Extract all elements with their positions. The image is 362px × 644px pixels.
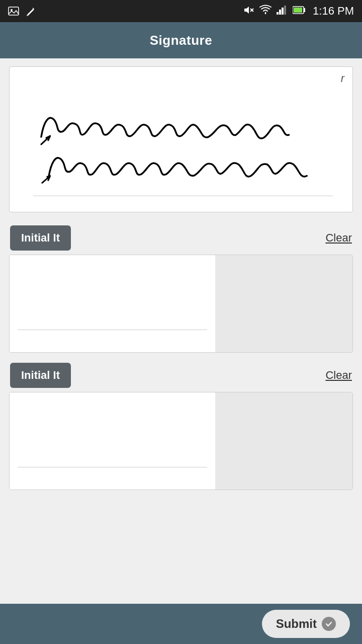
status-bar-left [8,6,36,17]
status-bar: 1:16 PM [0,0,362,22]
status-bar-right: 1:16 PM [243,5,354,18]
app-bar: Signature [0,22,362,58]
main-content: r Initial It Clear Init [0,58,362,604]
svg-rect-7 [284,6,286,15]
initials-pad-2-left[interactable] [10,392,215,490]
initials-pad-1-right [215,255,352,352]
signal-icon [277,5,288,18]
initials-pad-1-left[interactable] [10,255,215,352]
svg-rect-0 [9,7,19,15]
submit-button[interactable]: Submit [262,610,350,638]
submit-check-icon [322,617,336,631]
battery-icon [293,5,306,18]
clear-button-1[interactable]: Clear [325,231,352,245]
initial-section-1: Initial It Clear [9,225,353,353]
initials-pad-2[interactable] [9,392,353,490]
section-2-header: Initial It Clear [9,363,353,388]
svg-rect-9 [304,8,305,12]
handwriting-svg [10,67,352,212]
initials-pad-1[interactable] [9,255,353,353]
initials-baseline-1 [18,330,207,330]
svg-rect-6 [282,8,284,15]
bottom-bar: Submit [0,604,362,644]
clear-button-2[interactable]: Clear [325,369,352,382]
submit-label: Submit [276,617,317,631]
pencil-icon [25,6,36,17]
initial-it-button-2[interactable]: Initial It [10,363,71,388]
initial-section-2: Initial It Clear [9,363,353,490]
initial-it-button-1[interactable]: Initial It [10,225,71,251]
time-display: 1:16 PM [313,5,354,18]
mute-icon [243,5,254,18]
image-icon [8,6,19,17]
signature-area-top[interactable]: r [9,66,353,212]
initials-pad-2-right [215,392,352,490]
svg-rect-4 [277,12,279,15]
section-1-header: Initial It Clear [9,225,353,251]
svg-rect-10 [294,8,302,13]
initials-baseline-2 [18,467,207,467]
svg-rect-5 [279,10,281,15]
app-title: Signature [150,33,212,48]
wifi-icon [259,5,272,18]
